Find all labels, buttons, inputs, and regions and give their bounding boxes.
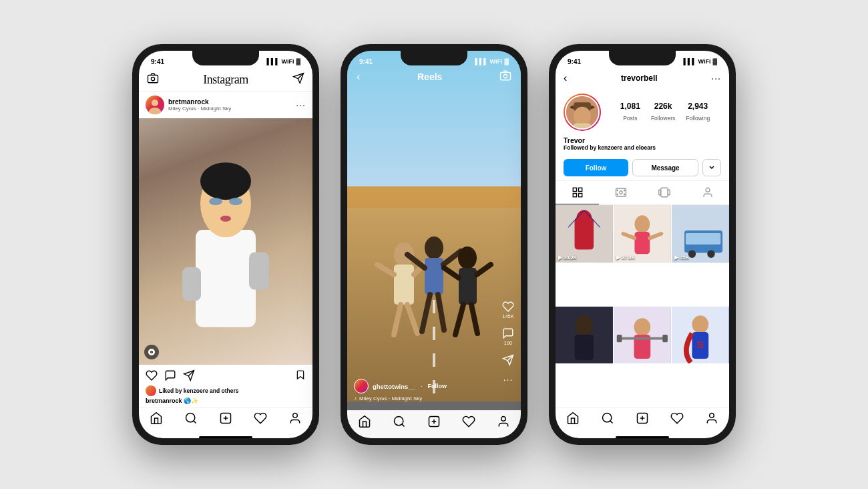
reel-like-button[interactable]: 145K bbox=[502, 301, 514, 319]
reel-music: ♪ Miley Cyrus · Midnight Sky bbox=[354, 395, 447, 401]
profile-bio: Trevor Followed by kenzoere and eloears bbox=[556, 136, 729, 155]
phone-2-reels: 9:41 ▌▌▌ WiFi ▓ ‹ Reels bbox=[341, 44, 527, 445]
nav-add-2[interactable] bbox=[427, 415, 441, 432]
profile-action-buttons: Follow Message bbox=[556, 155, 729, 180]
tab-tagged[interactable] bbox=[686, 181, 729, 204]
post-header: bretmanrock Miley Cyrus · Midnight Sky ·… bbox=[139, 92, 312, 118]
home-indicator-1 bbox=[199, 436, 252, 438]
svg-rect-32 bbox=[425, 258, 443, 295]
profile-avatar-ring bbox=[564, 94, 601, 131]
svg-point-9 bbox=[209, 198, 222, 205]
svg-rect-79 bbox=[635, 232, 650, 254]
post-music: Miley Cyrus · Midnight Sky bbox=[168, 106, 231, 112]
battery-icon-3: ▓ bbox=[712, 58, 717, 65]
comment-button[interactable] bbox=[164, 369, 176, 383]
status-bar-2: 9:41 ▌▌▌ WiFi ▓ bbox=[347, 51, 521, 69]
back-button-2[interactable]: ‹ bbox=[357, 71, 360, 83]
nav-profile-3[interactable] bbox=[705, 412, 718, 428]
tab-grid[interactable] bbox=[556, 181, 599, 204]
profile-header: ‹ trevorbell ··· bbox=[556, 69, 729, 88]
post-user-info[interactable]: bretmanrock Miley Cyrus · Midnight Sky bbox=[146, 96, 231, 114]
reel-comment-button[interactable]: 190 bbox=[502, 327, 514, 346]
stat-following[interactable]: 2,943 Following bbox=[686, 102, 710, 123]
svg-rect-94 bbox=[617, 335, 622, 342]
wifi-icon: WiFi bbox=[282, 58, 294, 65]
svg-point-5 bbox=[149, 108, 161, 114]
home-indicator-3 bbox=[616, 436, 669, 438]
svg-point-97 bbox=[692, 315, 709, 333]
tab-reels[interactable] bbox=[599, 181, 642, 204]
svg-point-8 bbox=[200, 163, 251, 200]
svg-rect-12 bbox=[249, 253, 269, 290]
profile-tabs bbox=[556, 180, 729, 205]
post-more-button[interactable]: ··· bbox=[296, 100, 306, 110]
grid-item-6[interactable]: S bbox=[672, 307, 729, 364]
svg-point-4 bbox=[152, 100, 158, 106]
grid-item-2[interactable]: ▶ 37.3K bbox=[614, 205, 671, 263]
nav-home-3[interactable] bbox=[566, 412, 580, 428]
nav-heart-2[interactable] bbox=[462, 415, 475, 432]
nav-add-1[interactable] bbox=[219, 412, 232, 428]
grid-item-4[interactable] bbox=[556, 307, 613, 364]
follow-button[interactable]: Follow bbox=[564, 159, 628, 176]
bottom-nav-1 bbox=[139, 407, 312, 435]
svg-point-67 bbox=[624, 194, 625, 195]
svg-point-71 bbox=[706, 188, 710, 192]
svg-rect-57 bbox=[574, 124, 591, 130]
svg-point-52 bbox=[501, 417, 506, 422]
grid-item-1[interactable]: ▶ 30.2K bbox=[556, 205, 613, 263]
nav-search-3[interactable] bbox=[601, 412, 614, 428]
camera-icon[interactable] bbox=[147, 72, 159, 87]
svg-line-29 bbox=[394, 305, 401, 335]
svg-line-40 bbox=[477, 265, 491, 275]
tab-igtv[interactable] bbox=[642, 181, 686, 204]
nav-heart-1[interactable] bbox=[254, 412, 267, 428]
nav-profile-1[interactable] bbox=[288, 412, 302, 428]
grid-item-5[interactable] bbox=[614, 307, 671, 364]
liked-by: Liked by kenzoere and others bbox=[139, 385, 312, 397]
nav-profile-2[interactable] bbox=[497, 415, 510, 432]
svg-rect-0 bbox=[148, 75, 158, 83]
svg-line-48 bbox=[402, 424, 405, 427]
svg-line-27 bbox=[377, 265, 394, 275]
svg-line-42 bbox=[471, 305, 477, 333]
nav-search-1[interactable] bbox=[184, 412, 198, 428]
post-username: bretmanrock bbox=[168, 98, 231, 106]
svg-line-30 bbox=[407, 305, 417, 333]
battery-icon-2: ▓ bbox=[504, 58, 509, 65]
svg-rect-6 bbox=[196, 230, 256, 327]
reel-user-info: ghettotwins__ · Follow ♪ Miley Cyrus · M… bbox=[354, 379, 447, 401]
nav-home-1[interactable] bbox=[150, 412, 163, 428]
back-button-3[interactable]: ‹ bbox=[564, 72, 567, 84]
profile-more-button[interactable]: ··· bbox=[711, 73, 721, 84]
nav-home-2[interactable] bbox=[358, 415, 371, 432]
stat-followers[interactable]: 226k Followers bbox=[651, 102, 675, 123]
message-button[interactable]: Message bbox=[632, 159, 698, 176]
svg-point-10 bbox=[229, 198, 242, 205]
svg-point-78 bbox=[635, 215, 650, 233]
direct-icon[interactable] bbox=[292, 72, 304, 87]
grid-item-3[interactable]: ▶ 45K bbox=[672, 205, 729, 263]
svg-point-105 bbox=[710, 414, 714, 418]
svg-rect-60 bbox=[573, 194, 576, 197]
svg-point-37 bbox=[458, 247, 477, 269]
save-button[interactable] bbox=[295, 369, 306, 383]
reel-share-button[interactable] bbox=[502, 354, 514, 366]
svg-point-65 bbox=[624, 190, 625, 191]
like-button[interactable] bbox=[146, 369, 158, 383]
svg-rect-89 bbox=[575, 335, 594, 360]
profile-avatar[interactable] bbox=[565, 95, 600, 130]
svg-point-11 bbox=[220, 216, 231, 222]
dropdown-button[interactable] bbox=[702, 159, 721, 176]
reel-more-button[interactable]: ··· bbox=[503, 374, 513, 385]
svg-rect-68 bbox=[660, 188, 668, 197]
signal-icon-2: ▌▌▌ bbox=[475, 58, 487, 65]
share-button[interactable] bbox=[183, 369, 195, 383]
nav-add-3[interactable] bbox=[636, 412, 649, 428]
nav-heart-3[interactable] bbox=[670, 412, 684, 428]
signal-icon-3: ▌▌▌ bbox=[683, 58, 696, 65]
status-time-1: 9:41 bbox=[151, 58, 164, 65]
svg-point-66 bbox=[617, 194, 618, 195]
camera-icon-2[interactable] bbox=[499, 69, 511, 84]
nav-search-2[interactable] bbox=[393, 415, 406, 432]
